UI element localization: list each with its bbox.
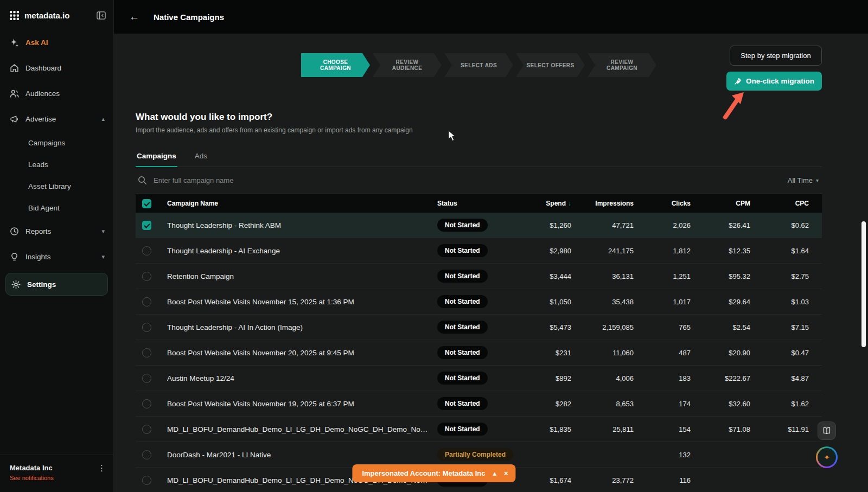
table-scrollbar[interactable] bbox=[861, 221, 866, 347]
table-row[interactable]: Boost Post Website Visits November 19, 2… bbox=[136, 391, 822, 417]
row-checkbox[interactable] bbox=[142, 476, 151, 485]
status-cell: Not Started bbox=[437, 321, 524, 334]
col-cpm[interactable]: CPM bbox=[700, 200, 760, 207]
impressions-cell: 2,159,085 bbox=[581, 323, 643, 331]
clicks-cell: 183 bbox=[643, 374, 700, 382]
time-filter-dropdown[interactable]: All Time ▾ bbox=[788, 176, 819, 184]
row-checkbox[interactable] bbox=[142, 450, 151, 459]
col-clicks[interactable]: Clicks bbox=[643, 200, 700, 207]
col-status: Status bbox=[437, 200, 524, 207]
step-choose-campaign[interactable]: CHOOSE CAMPAIGN bbox=[301, 53, 370, 77]
tab-campaigns[interactable]: Campaigns bbox=[136, 147, 177, 167]
table-row[interactable]: Boost Post Website Visits November 20, 2… bbox=[136, 340, 822, 366]
campaign-name-cell: Thought Leadership - Rethink ABM bbox=[167, 221, 437, 229]
status-badge: Not Started bbox=[437, 372, 488, 385]
step-select-ads[interactable]: SELECT ADS bbox=[444, 53, 513, 77]
sidebar-item-asset-library[interactable]: Asset Library bbox=[0, 175, 113, 197]
campaign-name-cell: Thought Leadership - AI Exchange bbox=[167, 247, 437, 255]
collapse-sidebar-icon[interactable] bbox=[97, 11, 106, 20]
one-click-migration-button[interactable]: One-click migration bbox=[726, 72, 822, 91]
sidebar-item-leads[interactable]: Leads bbox=[0, 154, 113, 175]
spend-cell: $1,674 bbox=[524, 476, 581, 484]
row-checkbox[interactable] bbox=[142, 246, 151, 255]
see-notifications-link[interactable]: See notifications bbox=[10, 475, 54, 481]
sidebar-item-label: Dashboard bbox=[25, 64, 61, 72]
table-row[interactable]: Thought Leadership - Rethink ABM Not Sta… bbox=[136, 213, 822, 238]
one-click-migration-label: One-click migration bbox=[746, 77, 814, 85]
cpc-cell: $1.64 bbox=[760, 247, 819, 255]
sidebar-item-settings[interactable]: Settings bbox=[5, 273, 108, 296]
docs-button[interactable] bbox=[818, 421, 836, 440]
sort-desc-icon: ↓ bbox=[568, 200, 571, 207]
sidebar-item-label: Reports bbox=[25, 227, 51, 235]
spend-cell: $1,050 bbox=[524, 298, 581, 306]
col-impressions[interactable]: Impressions bbox=[581, 200, 643, 207]
campaign-name-cell: Austin Meetup 12/24 bbox=[167, 374, 437, 382]
tab-ads[interactable]: Ads bbox=[194, 147, 208, 167]
table-row[interactable]: DoorDash - Mar2021 - LI Native Partially… bbox=[136, 442, 822, 468]
status-badge: Not Started bbox=[437, 295, 488, 308]
rocket-icon bbox=[734, 78, 742, 85]
row-checkbox[interactable] bbox=[142, 221, 151, 230]
sidebar-item-label: Advertise bbox=[25, 115, 56, 123]
sidebar-item-dashboard[interactable]: Dashboard bbox=[0, 55, 113, 81]
campaign-search-input[interactable] bbox=[154, 176, 781, 184]
sparkle-icon bbox=[10, 38, 19, 47]
clicks-cell: 1,017 bbox=[643, 298, 700, 306]
sidebar-item-advertise[interactable]: Advertise ▴ bbox=[0, 106, 113, 132]
toast-chevron-up-icon[interactable]: ▴ bbox=[493, 469, 496, 477]
row-checkbox[interactable] bbox=[142, 297, 151, 306]
status-badge: Not Started bbox=[437, 244, 488, 257]
clock-icon bbox=[10, 227, 19, 236]
impressions-cell: 11,060 bbox=[581, 349, 643, 357]
sidebar-item-ask-ai[interactable]: Ask AI bbox=[0, 30, 113, 55]
row-checkbox[interactable] bbox=[142, 272, 151, 281]
table-row[interactable]: Retention Campaign Not Started $3,444 36… bbox=[136, 264, 822, 289]
select-all-checkbox[interactable] bbox=[142, 199, 151, 208]
assistant-button[interactable]: ✦ bbox=[816, 446, 838, 468]
lightbulb-icon bbox=[10, 252, 19, 261]
sidebar-item-label: Ask AI bbox=[25, 39, 48, 47]
campaign-name-cell: Retention Campaign bbox=[167, 272, 437, 280]
spend-cell: $282 bbox=[524, 400, 581, 408]
toast-close-icon[interactable]: × bbox=[504, 469, 508, 477]
col-spend[interactable]: Spend↓ bbox=[524, 200, 581, 207]
step-by-step-migration-button[interactable]: Step by step migration bbox=[730, 46, 822, 66]
kebab-menu-icon[interactable]: ⋮ bbox=[98, 464, 106, 481]
table-row[interactable]: Thought Leadership - AI In Action (Image… bbox=[136, 315, 822, 340]
row-checkbox[interactable] bbox=[142, 399, 151, 408]
impersonation-toast: Impersonated Account: Metadata Inc ▴ × bbox=[352, 464, 515, 482]
sidebar-item-reports[interactable]: Reports ▾ bbox=[0, 219, 113, 244]
sidebar-item-audiences[interactable]: Audiences bbox=[0, 81, 113, 106]
sidebar-item-insights[interactable]: Insights ▾ bbox=[0, 244, 113, 270]
sidebar-item-bid-agent[interactable]: Bid Agent bbox=[0, 197, 113, 219]
back-arrow-icon[interactable]: ← bbox=[129, 11, 139, 23]
row-checkbox[interactable] bbox=[142, 323, 151, 332]
step-review-audience[interactable]: REVIEW AUDIENCE bbox=[373, 53, 442, 77]
table-row[interactable]: MD_LI_BOFU_DemandHub_Demo_LI_LG_DH_Demo_… bbox=[136, 417, 822, 442]
sidebar-item-campaigns[interactable]: Campaigns bbox=[0, 132, 113, 154]
page-header: ← Native Campaigns bbox=[114, 0, 868, 34]
row-checkbox[interactable] bbox=[142, 374, 151, 383]
migration-buttons: Step by step migration One-click migrati… bbox=[726, 46, 822, 91]
floating-buttons: ✦ bbox=[816, 421, 838, 468]
step-review-campaign[interactable]: REVIEW CAMPAIGN bbox=[588, 53, 656, 77]
sidebar: metadata.io Ask AI Dashboard Audiences bbox=[0, 0, 114, 492]
import-title: What would you like to import? bbox=[136, 112, 822, 123]
table-row[interactable]: Boost Post Website Visits November 15, 2… bbox=[136, 289, 822, 315]
step-select-offers[interactable]: SELECT OFFERS bbox=[516, 53, 585, 77]
assistant-sparkle-icon: ✦ bbox=[818, 448, 836, 467]
cpm-cell: $26.41 bbox=[700, 221, 760, 229]
import-section-head: What would you like to import? Import th… bbox=[136, 112, 822, 134]
col-cpc[interactable]: CPC bbox=[760, 200, 819, 207]
table-row[interactable]: Thought Leadership - AI Exchange Not Sta… bbox=[136, 238, 822, 264]
impressions-cell: 23,772 bbox=[581, 476, 643, 484]
import-subtitle: Import the audience, ads and offers from… bbox=[136, 126, 822, 134]
row-checkbox[interactable] bbox=[142, 348, 151, 357]
spend-cell: $1,260 bbox=[524, 221, 581, 229]
cpm-cell: $2.54 bbox=[700, 323, 760, 331]
campaign-table-body: Thought Leadership - Rethink ABM Not Sta… bbox=[136, 213, 822, 492]
row-checkbox[interactable] bbox=[142, 425, 151, 434]
table-row[interactable]: Austin Meetup 12/24 Not Started $892 4,0… bbox=[136, 366, 822, 391]
status-badge: Not Started bbox=[437, 219, 488, 232]
